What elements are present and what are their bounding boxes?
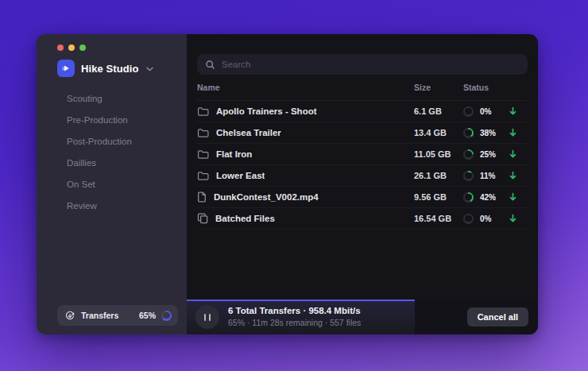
transfer-summary: 6 Total Transfers · 958.4 Mbit/s 65% · 1… — [228, 305, 361, 329]
sidebar-footer: Transfers 65% — [37, 305, 187, 334]
folder-icon — [197, 128, 209, 138]
pause-icon — [204, 314, 207, 321]
folder-icon-holder — [197, 128, 209, 138]
file-icon — [197, 191, 207, 203]
column-header-name: Name — [197, 83, 414, 92]
download-button[interactable] — [507, 126, 519, 139]
copied-files-icon-holder — [197, 213, 208, 224]
row-size: 13.4 GB — [414, 128, 463, 137]
table-header: Name Size Status — [197, 75, 528, 101]
row-name: Chelsea Trailer — [216, 128, 281, 137]
transfer-table: Name Size Status Apollo Trainers - Shoot… — [187, 75, 538, 230]
progress-ring-icon — [463, 214, 474, 224]
row-size: 6.1 GB — [414, 106, 463, 116]
app-window: Hike Studio ScoutingPre-ProductionPost-P… — [37, 34, 538, 334]
sidebar-item-post-production[interactable]: Post-Production — [37, 131, 187, 153]
progress-ring-icon — [463, 149, 474, 160]
table-row[interactable]: Chelsea Trailer 13.4 GB 38% — [197, 122, 528, 144]
main-panel: Name Size Status Apollo Trainers - Shoot… — [187, 34, 538, 334]
progress-percent: 42% — [480, 193, 501, 202]
file-icon-holder — [197, 191, 207, 203]
folder-icon-holder — [197, 149, 209, 160]
search-input[interactable] — [222, 60, 520, 69]
row-size: 9.56 GB — [414, 192, 463, 202]
progress-percent: 0% — [480, 107, 501, 116]
progress-percent: 11% — [480, 172, 501, 180]
folder-icon — [197, 106, 209, 117]
table-row[interactable]: Batched Files 16.54 GB 0% — [197, 208, 528, 230]
transfers-percent: 65% — [139, 311, 156, 320]
chevron-down-icon — [146, 67, 153, 71]
folder-icon — [197, 149, 209, 160]
download-button[interactable] — [507, 169, 519, 182]
table-row[interactable]: Lower East 26.1 GB 11% — [197, 165, 528, 187]
table-body: Apollo Trainers - Shoot 6.1 GB 0% Chelse… — [197, 101, 528, 230]
row-name: Flat Iron — [216, 149, 252, 159]
column-header-size: Size — [414, 83, 463, 92]
search-bar — [197, 54, 528, 75]
sidebar-item-review[interactable]: Review — [37, 195, 187, 217]
download-button[interactable] — [507, 105, 519, 118]
row-name: Lower East — [216, 171, 265, 180]
workspace-switcher[interactable]: Hike Studio — [57, 60, 177, 77]
progress-ring-icon — [463, 192, 474, 203]
transfers-widget[interactable]: Transfers 65% — [57, 305, 178, 326]
download-button[interactable] — [507, 212, 519, 225]
folder-icon-holder — [197, 106, 209, 117]
sidebar: Hike Studio ScoutingPre-ProductionPost-P… — [37, 34, 187, 334]
zoom-window-button[interactable] — [79, 44, 86, 51]
search-icon — [205, 60, 215, 70]
progress-percent: 25% — [480, 150, 501, 159]
progress-ring-icon — [463, 171, 474, 181]
folder-icon-holder — [197, 171, 209, 181]
download-button[interactable] — [507, 148, 519, 160]
folder-icon — [197, 171, 209, 181]
window-controls — [37, 34, 187, 51]
table-row[interactable]: Flat Iron 11.05 GB 25% — [197, 144, 528, 165]
table-row[interactable]: DunkContest_V002.mp4 9.56 GB 42% — [197, 187, 528, 208]
transfers-label: Transfers — [81, 311, 133, 320]
progress-ring-icon — [463, 128, 474, 138]
progress-ring-icon — [463, 106, 474, 117]
transfers-sync-download-icon — [64, 310, 75, 321]
row-name: Batched Files — [215, 214, 275, 223]
minimize-window-button[interactable] — [68, 44, 75, 51]
sidebar-item-pre-production[interactable]: Pre-Production — [37, 110, 187, 131]
row-name: Apollo Trainers - Shoot — [216, 106, 317, 116]
download-button[interactable] — [507, 191, 519, 203]
close-window-button[interactable] — [57, 44, 64, 51]
row-name: DunkContest_V002.mp4 — [214, 192, 319, 202]
row-size: 11.05 GB — [414, 149, 463, 159]
transfer-status-bar: 6 Total Transfers · 958.4 Mbit/s 65% · 1… — [187, 300, 538, 334]
progress-percent: 38% — [480, 129, 501, 137]
column-header-status: Status — [463, 83, 528, 92]
copied-files-icon — [197, 213, 208, 224]
app-name: Hike Studio — [81, 63, 139, 75]
transfer-summary-primary: 6 Total Transfers · 958.4 Mbit/s — [228, 305, 361, 317]
sidebar-item-daillies[interactable]: Daillies — [37, 153, 187, 174]
sidebar-nav: ScoutingPre-ProductionPost-ProductionDai… — [37, 88, 187, 217]
table-row[interactable]: Apollo Trainers - Shoot 6.1 GB 0% — [197, 101, 528, 122]
pause-icon — [209, 314, 211, 321]
transfers-progress-ring — [161, 311, 172, 321]
app-logo-play-icon — [57, 60, 75, 77]
progress-percent: 0% — [480, 214, 501, 223]
transfer-summary-secondary: 65% · 11m 28s remaining · 557 files — [228, 317, 361, 329]
sidebar-item-on-set[interactable]: On Set — [37, 174, 187, 195]
row-size: 26.1 GB — [414, 171, 463, 180]
sidebar-item-scouting[interactable]: Scouting — [37, 88, 187, 110]
cancel-all-button[interactable]: Cancel all — [467, 307, 528, 327]
row-size: 16.54 GB — [414, 214, 463, 223]
pause-all-button[interactable] — [195, 305, 219, 329]
